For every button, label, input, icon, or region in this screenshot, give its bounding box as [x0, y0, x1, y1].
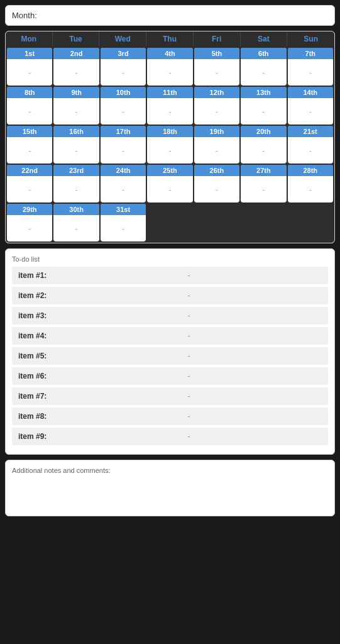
cal-day[interactable]: 22nd- — [7, 165, 52, 203]
cal-day-label: 1st — [7, 48, 52, 59]
cal-day-label: 23rd — [53, 165, 99, 176]
notes-label: Additional notes and comments: — [12, 467, 328, 474]
cal-day-content: - — [194, 59, 239, 86]
cal-day-content: - — [101, 98, 146, 125]
cal-day[interactable]: 14th- — [288, 87, 333, 125]
cal-day[interactable]: 4th- — [147, 48, 192, 86]
cal-day[interactable]: 20th- — [241, 126, 286, 164]
cal-day-label: 21st — [288, 126, 333, 137]
todo-items: item #1:-item #2:-item #3:-item #4:-item… — [12, 267, 328, 445]
cal-day-empty — [147, 204, 192, 242]
cal-day-content: - — [7, 137, 52, 164]
todo-item-1[interactable]: item #1:- — [12, 267, 328, 284]
todo-item-label: item #6: — [18, 372, 56, 380]
cal-header-thu: Thu — [146, 31, 194, 47]
cal-day[interactable]: 25th- — [147, 165, 192, 203]
cal-day[interactable]: 23rd- — [53, 165, 99, 203]
todo-item-value: - — [56, 311, 322, 320]
todo-item-value: - — [56, 331, 322, 340]
cal-day-content: - — [7, 59, 52, 86]
cal-day-label: 24th — [101, 165, 146, 176]
cal-day[interactable]: 6th- — [241, 48, 286, 86]
cal-day[interactable]: 27th- — [241, 165, 286, 203]
cal-day[interactable]: 8th- — [7, 87, 52, 125]
cal-day[interactable]: 17th- — [101, 126, 146, 164]
todo-item-9[interactable]: item #9:- — [12, 428, 328, 445]
cal-day-content: - — [53, 176, 99, 203]
cal-day-empty — [241, 204, 286, 242]
cal-day[interactable]: 29th- — [7, 204, 52, 242]
cal-day[interactable]: 2nd- — [53, 48, 99, 86]
cal-day-label: 17th — [101, 126, 146, 137]
todo-item-label: item #7: — [18, 392, 56, 401]
cal-day[interactable]: 30th- — [53, 204, 99, 242]
cal-day[interactable]: 11th- — [147, 87, 192, 125]
cal-day[interactable]: 16th- — [53, 126, 99, 164]
cal-day[interactable]: 7th- — [288, 48, 333, 86]
notes-section[interactable]: Additional notes and comments: — [5, 460, 335, 516]
cal-day-content: - — [147, 98, 192, 125]
cal-header-sun: Sun — [287, 31, 334, 47]
cal-day-content: - — [241, 59, 286, 86]
cal-day[interactable]: 28th- — [288, 165, 333, 203]
cal-day-label: 29th — [7, 204, 52, 215]
cal-day-content: - — [288, 176, 333, 203]
todo-title: To-do list — [12, 255, 328, 263]
cal-day-empty — [288, 204, 333, 242]
cal-day-label: 7th — [288, 48, 333, 59]
cal-day-label: 25th — [147, 165, 192, 176]
cal-day[interactable]: 18th- — [147, 126, 192, 164]
cal-day-label: 30th — [53, 204, 99, 215]
cal-day-label: 20th — [241, 126, 286, 137]
cal-header-fri: Fri — [194, 31, 241, 47]
cal-day[interactable]: 5th- — [194, 48, 239, 86]
cal-day[interactable]: 10th- — [101, 87, 146, 125]
cal-week-last: 29th-30th-31st- — [7, 204, 333, 242]
todo-item-label: item #8: — [18, 412, 56, 421]
cal-day[interactable]: 26th- — [194, 165, 239, 203]
cal-day[interactable]: 3rd- — [101, 48, 146, 86]
cal-day-empty — [194, 204, 239, 242]
todo-item-8[interactable]: item #8:- — [12, 408, 328, 425]
cal-day-label: 9th — [53, 87, 99, 98]
cal-week-3: 15th-16th-17th-18th-19th-20th-21st- — [7, 126, 333, 164]
cal-day-content: - — [53, 215, 99, 242]
cal-day-content: - — [7, 215, 52, 242]
todo-item-label: item #2: — [18, 291, 56, 300]
cal-day[interactable]: 13th- — [241, 87, 286, 125]
cal-week-1: 1st-2nd-3rd-4th-5th-6th-7th- — [7, 48, 333, 86]
todo-item-label: item #3: — [18, 311, 56, 320]
todo-item-6[interactable]: item #6:- — [12, 367, 328, 385]
cal-day[interactable]: 21st- — [288, 126, 333, 164]
todo-item-5[interactable]: item #5:- — [12, 347, 328, 365]
cal-day-content: - — [147, 176, 192, 203]
cal-day-content: - — [241, 176, 286, 203]
cal-day-label: 8th — [7, 87, 52, 98]
cal-day[interactable]: 1st- — [7, 48, 52, 86]
todo-item-7[interactable]: item #7:- — [12, 387, 328, 405]
cal-day[interactable]: 31st- — [101, 204, 146, 242]
cal-day-content: - — [53, 98, 99, 125]
todo-item-4[interactable]: item #4:- — [12, 327, 328, 345]
todo-item-3[interactable]: item #3:- — [12, 307, 328, 325]
cal-day-label: 12th — [194, 87, 239, 98]
cal-day-label: 5th — [194, 48, 239, 59]
cal-day-content: - — [194, 176, 239, 203]
calendar-header: MonTueWedThuFriSatSun — [6, 31, 334, 47]
cal-day-content: - — [101, 215, 146, 242]
cal-day-content: - — [101, 59, 146, 86]
todo-item-2[interactable]: item #2:- — [12, 287, 328, 304]
month-field[interactable]: Month: — [5, 5, 335, 26]
cal-day-content: - — [147, 59, 192, 86]
todo-item-value: - — [56, 271, 322, 280]
cal-day-content: - — [53, 59, 99, 86]
cal-day[interactable]: 12th- — [194, 87, 239, 125]
cal-day[interactable]: 9th- — [53, 87, 99, 125]
cal-day[interactable]: 15th- — [7, 126, 52, 164]
cal-day[interactable]: 24th- — [101, 165, 146, 203]
cal-day[interactable]: 19th- — [194, 126, 239, 164]
todo-list: To-do list item #1:-item #2:-item #3:-it… — [5, 248, 335, 455]
cal-header-mon: Mon — [6, 31, 53, 47]
todo-item-value: - — [56, 372, 322, 380]
todo-item-label: item #9: — [18, 432, 56, 441]
